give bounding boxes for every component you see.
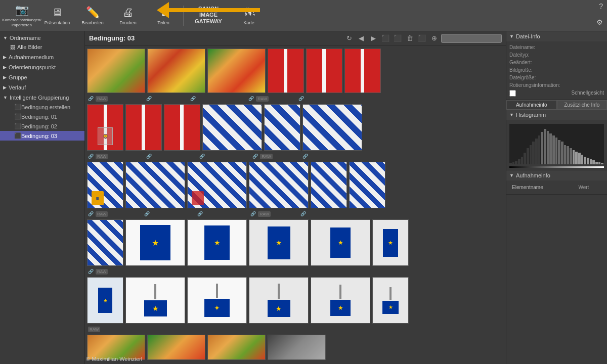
photo-cell[interactable]: 🦁 bbox=[87, 104, 123, 151]
edit-label: Bearbeiten bbox=[81, 20, 104, 25]
photo-cell[interactable] bbox=[87, 219, 123, 266]
photo-cell[interactable] bbox=[147, 335, 205, 360]
photo-cell[interactable] bbox=[125, 162, 185, 208]
photo-cell[interactable] bbox=[344, 49, 381, 93]
photo-cell[interactable]: B bbox=[87, 162, 123, 208]
settings-button[interactable]: ⚙ bbox=[596, 18, 603, 26]
photo-cell[interactable]: ★ bbox=[125, 219, 185, 266]
sidebar-item-alle-bilder[interactable]: 🖼 Alle Bilder bbox=[0, 42, 84, 52]
photo-row-4: ★ ★ ★ ★ bbox=[87, 218, 504, 267]
histogramm-header[interactable]: ▼ Histogramm bbox=[506, 110, 607, 120]
schnellgesicht-label: Schnellgesicht bbox=[572, 90, 604, 97]
sidebar-item-bedingung-01[interactable]: ⬛ Bedingung: 01 bbox=[0, 112, 84, 121]
photo-thumbnail bbox=[125, 162, 185, 208]
view-button-1[interactable]: ⬛ bbox=[380, 33, 391, 43]
chevron-right-icon-4: ▶ bbox=[3, 85, 7, 90]
photo-cell[interactable] bbox=[87, 49, 145, 93]
photo-cell[interactable] bbox=[306, 49, 342, 93]
next-button[interactable]: ▶ bbox=[368, 33, 378, 43]
chevron-down-icon-3: ▼ bbox=[509, 34, 514, 39]
photo-cell[interactable]: ★ bbox=[311, 277, 370, 324]
tab-zusatzinfo[interactable]: Zusätzliche Info bbox=[557, 100, 608, 110]
dateigroesse-label: Dateigröße: bbox=[509, 75, 536, 80]
photo-thumbnail: ★ bbox=[125, 219, 185, 266]
sidebar-header-aufnahmemedium[interactable]: ▶ Aufnahmemedium bbox=[0, 53, 84, 62]
photo-cell[interactable] bbox=[249, 162, 309, 208]
aufnahmeinfo-header[interactable]: ▼ Aufnahmeinfo bbox=[506, 170, 607, 180]
prev-button[interactable]: ◀ bbox=[356, 33, 366, 43]
refresh-button[interactable]: ↻ bbox=[344, 33, 354, 43]
photo-cell[interactable]: ★ bbox=[187, 219, 247, 266]
photo-cell[interactable]: ✦ bbox=[187, 277, 247, 324]
tab-aufnahmeinfo[interactable]: Aufnahmeinfo bbox=[506, 100, 557, 110]
help-button[interactable]: ? bbox=[599, 2, 603, 10]
toolbar: 📷 Kameraeinstellungen/ importieren 🖥 Prä… bbox=[0, 0, 607, 31]
photo-thumbnail bbox=[87, 219, 123, 266]
photo-cell[interactable]: ★ bbox=[372, 219, 409, 266]
content-area: Bedingung: 03 ↻ ◀ ▶ ⬛ ⬛ 🗑 ⬛ ⊕ bbox=[85, 31, 506, 364]
presentation-button[interactable]: 🖥 Präsentation bbox=[39, 2, 75, 30]
sidebar-item-bedingung-erstellen[interactable]: ⬛ Bedingung erstellen bbox=[0, 102, 84, 112]
bedingung-03-label: Bedingung: 03 bbox=[21, 133, 57, 139]
datei-info-row: Rotierungsinformation: bbox=[509, 81, 604, 89]
photo-cell[interactable] bbox=[202, 104, 262, 151]
photo-cell[interactable] bbox=[207, 335, 266, 360]
photo-row-2: 🦁 bbox=[87, 103, 504, 152]
meta-icon-10: 🔗 bbox=[302, 154, 308, 159]
photo-cell[interactable]: ★ bbox=[249, 277, 309, 324]
photo-thumbnail bbox=[147, 49, 205, 93]
datei-info-header[interactable]: ▼ Datei-Info bbox=[506, 31, 607, 41]
sidebar-header-intelligente-gruppierung[interactable]: ▼ Intelligente Gruppierung bbox=[0, 93, 84, 102]
search-input[interactable] bbox=[441, 34, 502, 43]
aufnahmeinfo-table: Elementname Wert bbox=[509, 183, 604, 192]
sidebar-header-orientierungspunkt[interactable]: ▶ Orientierungspunkt bbox=[0, 63, 84, 72]
sidebar-item-bedingung-03[interactable]: ⬛ Bedingung: 03 bbox=[0, 131, 84, 141]
print-button[interactable]: 🖨 Drucken bbox=[110, 2, 146, 30]
meta-icon-2: 🔗 bbox=[146, 96, 152, 101]
photo-cell[interactable] bbox=[268, 49, 304, 93]
photo-cell[interactable] bbox=[311, 162, 347, 208]
photo-cell[interactable] bbox=[164, 104, 200, 151]
alle-bilder-label: Alle Bilder bbox=[17, 44, 42, 50]
meta-badge-7: RAW bbox=[96, 269, 108, 275]
photo-cell[interactable]: ★ bbox=[372, 277, 409, 324]
sidebar-header-verlauf[interactable]: ▶ Verlauf bbox=[0, 83, 84, 92]
photo-cell[interactable] bbox=[207, 49, 266, 93]
photo-thumbnail bbox=[202, 104, 262, 151]
camera-import-button[interactable]: 📷 Kameraeinstellungen/ importieren bbox=[4, 2, 39, 30]
view-button-2[interactable]: ⬛ bbox=[393, 33, 403, 43]
bedingung-erstellen-label: Bedingung erstellen bbox=[21, 104, 70, 110]
photo-cell[interactable] bbox=[268, 335, 326, 360]
photo-cell[interactable] bbox=[187, 162, 247, 208]
sidebar-item-bedingung-02[interactable]: ⬛ Bedingung: 02 bbox=[0, 121, 84, 131]
meta-badge-5: RAW bbox=[96, 211, 108, 217]
schnellgesicht-checkbox[interactable] bbox=[509, 90, 516, 97]
photo-cell[interactable]: ★ bbox=[311, 219, 370, 266]
photo-cell[interactable] bbox=[125, 104, 162, 151]
photo-cell[interactable] bbox=[302, 104, 362, 151]
photo-thumbnail bbox=[87, 49, 145, 93]
sidebar-header-gruppe[interactable]: ▶ Gruppe bbox=[0, 73, 84, 82]
condition-icon-3: ⬛ bbox=[14, 132, 21, 139]
photo-cell[interactable]: ★ bbox=[87, 277, 123, 324]
meta-badge-6: RAW bbox=[258, 211, 270, 217]
photo-cell[interactable]: ★ bbox=[125, 277, 185, 324]
sidebar-header-ordner[interactable]: ▼ Ordnername bbox=[0, 33, 84, 42]
add-button[interactable]: ⊕ bbox=[429, 33, 439, 43]
datei-info-label: Datei-Info bbox=[516, 33, 540, 39]
delete-button[interactable]: 🗑 bbox=[405, 33, 415, 43]
meta-icon-15: 🔗 bbox=[300, 211, 306, 216]
sidebar: ▼ Ordnername 🖼 Alle Bilder ▶ Aufnahmemed… bbox=[0, 31, 85, 364]
meta-icon-8: 🔗 bbox=[199, 154, 205, 159]
edit-button[interactable]: ✏️ Bearbeiten bbox=[75, 2, 110, 30]
chevron-down-icon-2: ▼ bbox=[3, 95, 8, 100]
photo-cell[interactable]: ★ bbox=[249, 219, 309, 266]
image-icon: 🖼 bbox=[10, 44, 15, 50]
photo-cell[interactable] bbox=[349, 162, 385, 208]
view-button-3[interactable]: ⬛ bbox=[417, 33, 427, 43]
content-toolbar: Bedingung: 03 ↻ ◀ ▶ ⬛ ⬛ 🗑 ⬛ ⊕ bbox=[85, 31, 506, 46]
photo-cell[interactable] bbox=[264, 104, 300, 151]
photo-cell[interactable] bbox=[147, 49, 205, 93]
meta-badge-8: RAW bbox=[88, 327, 100, 332]
sidebar-section-orientierungspunkt: ▶ Orientierungspunkt bbox=[0, 63, 84, 72]
